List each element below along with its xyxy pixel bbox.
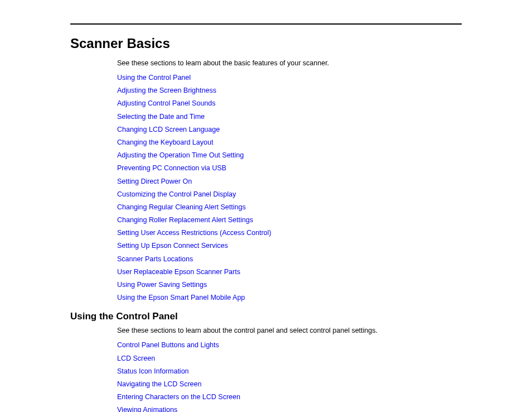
topic-link[interactable]: Viewing Animations: [117, 406, 177, 412]
topic-link[interactable]: Selecting the Date and Time: [117, 113, 205, 121]
topic-links-primary: Using the Control PanelAdjusting the Scr…: [117, 70, 462, 303]
topic-link[interactable]: Scanner Parts Locations: [117, 255, 193, 263]
topic-link[interactable]: Changing the Keyboard Layout: [117, 138, 213, 146]
topic-link[interactable]: Control Panel Buttons and Lights: [117, 341, 219, 349]
topic-link[interactable]: Adjusting the Screen Brightness: [117, 87, 216, 94]
topic-link[interactable]: Using the Epson Smart Panel Mobile App: [117, 294, 245, 301]
topic-link[interactable]: Preventing PC Connection via USB: [117, 164, 226, 172]
intro-text: See these sections to learn about the ba…: [117, 59, 462, 67]
topic-link[interactable]: Setting Direct Power On: [117, 178, 192, 185]
topic-links-secondary: Control Panel Buttons and LightsLCD Scre…: [117, 338, 462, 412]
topic-link[interactable]: Customizing the Control Panel Display: [117, 190, 236, 198]
horizontal-rule: [70, 23, 462, 25]
page-title: Scanner Basics: [70, 36, 462, 51]
document-page: Scanner Basics See these sections to lea…: [0, 0, 532, 412]
topic-link[interactable]: Navigating the LCD Screen: [117, 380, 201, 388]
topic-link[interactable]: LCD Screen: [117, 354, 155, 362]
topic-link[interactable]: User Replaceable Epson Scanner Parts: [117, 268, 240, 276]
topic-link[interactable]: Setting Up Epson Connect Services: [117, 242, 228, 250]
section-heading: Using the Control Panel: [70, 311, 462, 322]
topic-link[interactable]: Using the Control Panel: [117, 74, 191, 82]
section-intro-text: See these sections to learn about the co…: [117, 327, 462, 334]
topic-link[interactable]: Status Icon Information: [117, 367, 189, 375]
topic-link[interactable]: Entering Characters on the LCD Screen: [117, 393, 240, 401]
topic-link[interactable]: Using Power Saving Settings: [117, 281, 207, 289]
topic-link[interactable]: Adjusting Control Panel Sounds: [117, 99, 216, 107]
topic-link[interactable]: Changing LCD Screen Language: [117, 126, 220, 133]
topic-link[interactable]: Changing Regular Cleaning Alert Settings: [117, 203, 246, 211]
topic-link[interactable]: Setting User Access Restrictions (Access…: [117, 229, 271, 237]
topic-link[interactable]: Changing Roller Replacement Alert Settin…: [117, 216, 253, 224]
topic-link[interactable]: Adjusting the Operation Time Out Setting: [117, 151, 244, 159]
